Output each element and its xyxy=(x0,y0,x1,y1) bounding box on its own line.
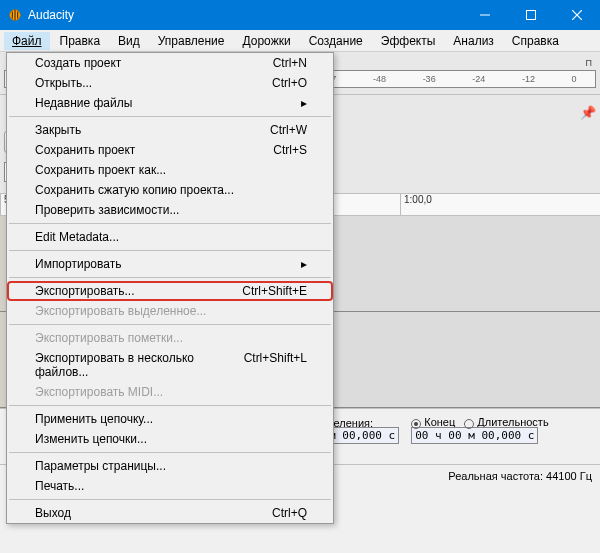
menu-separator xyxy=(9,405,331,406)
menu-item-close[interactable]: ЗакрытьCtrl+W xyxy=(7,120,333,140)
menu-separator xyxy=(9,116,331,117)
duration-radio[interactable] xyxy=(464,419,474,429)
title-bar: Audacity xyxy=(0,0,600,30)
menu-item-import[interactable]: Импортировать▸ xyxy=(7,254,333,274)
menu-item-print[interactable]: Печать... xyxy=(7,476,333,496)
menu-item-exportmulti[interactable]: Экспортировать в несколько файлов...Ctrl… xyxy=(7,348,333,382)
menu-item-exportmidi: Экспортировать MIDI... xyxy=(7,382,333,402)
menu-separator xyxy=(9,277,331,278)
menu-item-saveas[interactable]: Сохранить проект как... xyxy=(7,160,333,180)
menu-item-pagesetup[interactable]: Параметры страницы... xyxy=(7,456,333,476)
meter-right-label: П xyxy=(306,58,592,68)
menu-item-exportsel: Экспортировать выделенное... xyxy=(7,301,333,321)
menu-tracks[interactable]: Дорожки xyxy=(235,32,299,50)
menu-separator xyxy=(9,452,331,453)
maximize-button[interactable] xyxy=(508,0,554,30)
app-icon xyxy=(8,8,22,22)
pin-icon: 📌 xyxy=(580,105,596,120)
menu-item-deps[interactable]: Проверить зависимости... xyxy=(7,200,333,220)
menu-separator xyxy=(9,250,331,251)
menu-item-applychain[interactable]: Применить цепочку... xyxy=(7,409,333,429)
minimize-button[interactable] xyxy=(462,0,508,30)
menu-effects[interactable]: Эффекты xyxy=(373,32,444,50)
menu-edit[interactable]: Правка xyxy=(52,32,109,50)
menu-item-recent[interactable]: Недавние файлы▸ xyxy=(7,93,333,113)
menu-item-save[interactable]: Сохранить проектCtrl+S xyxy=(7,140,333,160)
menu-item-new[interactable]: Создать проектCtrl+N xyxy=(7,53,333,73)
menu-analyze[interactable]: Анализ xyxy=(445,32,502,50)
menu-item-editchains[interactable]: Изменить цепочки... xyxy=(7,429,333,449)
menu-transport[interactable]: Управление xyxy=(150,32,233,50)
close-button[interactable] xyxy=(554,0,600,30)
file-menu-dropdown: Создать проектCtrl+NОткрыть...Ctrl+OНеда… xyxy=(6,52,334,524)
menu-generate[interactable]: Создание xyxy=(301,32,371,50)
menu-item-exit[interactable]: ВыходCtrl+Q xyxy=(7,503,333,523)
selection-end-field[interactable]: 00 ч 00 м 00,000 с xyxy=(411,427,538,444)
menu-bar: Файл Правка Вид Управление Дорожки Созда… xyxy=(0,30,600,52)
svg-rect-1 xyxy=(527,11,536,20)
menu-separator xyxy=(9,324,331,325)
menu-item-exportlabels: Экспортировать пометки... xyxy=(7,328,333,348)
menu-help[interactable]: Справка xyxy=(504,32,567,50)
menu-separator xyxy=(9,499,331,500)
menu-item-open[interactable]: Открыть...Ctrl+O xyxy=(7,73,333,93)
menu-separator xyxy=(9,223,331,224)
menu-item-export[interactable]: Экспортировать...Ctrl+Shift+E xyxy=(7,281,333,301)
end-radio[interactable] xyxy=(411,419,421,429)
menu-view[interactable]: Вид xyxy=(110,32,148,50)
window-title: Audacity xyxy=(28,8,462,22)
menu-item-metadata[interactable]: Edit Metadata... xyxy=(7,227,333,247)
menu-item-savecompressed[interactable]: Сохранить сжатую копию проекта... xyxy=(7,180,333,200)
playback-meter[interactable]: -57-48-36-24-120 xyxy=(304,70,596,88)
menu-file[interactable]: Файл xyxy=(4,32,50,50)
